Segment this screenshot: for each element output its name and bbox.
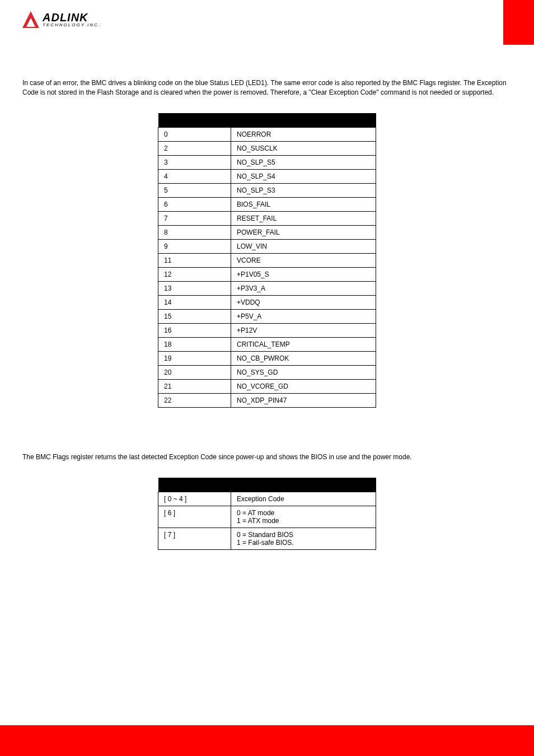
table-row: [ 6 ]0 = AT mode 1 = ATX mode [158, 506, 376, 528]
table-cell: +P1V05_S [231, 268, 376, 282]
bmc-flags-table: [ 0 ~ 4 ]Exception Code[ 6 ]0 = AT mode … [158, 478, 376, 550]
table-row: 14+VDDQ [158, 296, 376, 310]
table-row: 7RESET_FAIL [158, 212, 376, 226]
page-footer [0, 725, 534, 756]
table-cell: 20 [158, 366, 231, 380]
table-cell: NO_SLP_S3 [231, 184, 376, 198]
table-cell: 13 [158, 282, 231, 296]
exception-code-table: 0NOERROR2NO_SUSCLK3NO_SLP_S54NO_SLP_S45N… [158, 113, 376, 408]
table-row: [ 0 ~ 4 ]Exception Code [158, 492, 376, 506]
table-cell: 3 [158, 156, 231, 170]
table-cell: 21 [158, 380, 231, 394]
table-cell: 14 [158, 296, 231, 310]
table-cell: +VDDQ [231, 296, 376, 310]
table-cell: POWER_FAIL [231, 226, 376, 240]
table-cell: 15 [158, 310, 231, 324]
table-cell: 0 = Standard BIOS 1 = Fail-safe BIOS. [231, 528, 376, 550]
logo-subtitle: TECHNOLOGY INC. [43, 23, 101, 27]
table-row: [ 7 ]0 = Standard BIOS 1 = Fail-safe BIO… [158, 528, 376, 550]
table-row: 22NO_XDP_PIN47 [158, 394, 376, 408]
table-cell: 9 [158, 240, 231, 254]
table-cell: 12 [158, 268, 231, 282]
table-cell: 22 [158, 394, 231, 408]
logo-name: ADLINK [43, 12, 101, 23]
table-cell: +P5V_A [231, 310, 376, 324]
table-row: 13+P3V3_A [158, 282, 376, 296]
table-cell: NO_VCORE_GD [231, 380, 376, 394]
table-row: 5NO_SLP_S3 [158, 184, 376, 198]
table-row: 3NO_SLP_S5 [158, 156, 376, 170]
logo: ADLINK TECHNOLOGY INC. [22, 11, 101, 28]
table-cell: 5 [158, 184, 231, 198]
table-cell: +P12V [231, 324, 376, 338]
page-content: In case of an error, the BMC drives a bl… [0, 45, 534, 550]
table-cell: 0 [158, 128, 231, 142]
table-row: 9LOW_VIN [158, 240, 376, 254]
table-cell: 19 [158, 352, 231, 366]
table-row: 0NOERROR [158, 128, 376, 142]
table-row: 19NO_CB_PWROK [158, 352, 376, 366]
table-row: 12+P1V05_S [158, 268, 376, 282]
header-accent [503, 0, 534, 45]
table-cell: NO_XDP_PIN47 [231, 394, 376, 408]
table-row: 15+P5V_A [158, 310, 376, 324]
table-cell: 0 = AT mode 1 = ATX mode [231, 506, 376, 528]
intro-paragraph: In case of an error, the BMC drives a bl… [22, 78, 512, 97]
table-cell: 7 [158, 212, 231, 226]
table-cell: NO_SUSCLK [231, 142, 376, 156]
table-cell: NO_SYS_GD [231, 366, 376, 380]
table-cell: CRITICAL_TEMP [231, 338, 376, 352]
table-row: 16+P12V [158, 324, 376, 338]
table-cell: NO_SLP_S5 [231, 156, 376, 170]
table-cell: NO_CB_PWROK [231, 352, 376, 366]
table-cell: 16 [158, 324, 231, 338]
table-cell: LOW_VIN [231, 240, 376, 254]
table-cell: [ 0 ~ 4 ] [158, 492, 231, 506]
table-row: 8POWER_FAIL [158, 226, 376, 240]
table-cell: [ 7 ] [158, 528, 231, 550]
flags-table-wrap: [ 0 ~ 4 ]Exception Code[ 6 ]0 = AT mode … [22, 478, 512, 550]
table-row: 2NO_SUSCLK [158, 142, 376, 156]
flags-intro-paragraph: The BMC Flags register returns the last … [22, 452, 512, 462]
logo-text: ADLINK TECHNOLOGY INC. [43, 12, 101, 27]
table-cell: 18 [158, 338, 231, 352]
table-row: 6BIOS_FAIL [158, 198, 376, 212]
table-cell: NOERROR [231, 128, 376, 142]
table-row: 21NO_VCORE_GD [158, 380, 376, 394]
table-cell: 6 [158, 198, 231, 212]
table-cell: Exception Code [231, 492, 376, 506]
table-cell: 2 [158, 142, 231, 156]
table-row: 11VCORE [158, 254, 376, 268]
table-cell: 11 [158, 254, 231, 268]
table-cell: BIOS_FAIL [231, 198, 376, 212]
table-cell: VCORE [231, 254, 376, 268]
table-cell: +P3V3_A [231, 282, 376, 296]
table-row: 4NO_SLP_S4 [158, 170, 376, 184]
page-header: ADLINK TECHNOLOGY INC. [0, 0, 534, 45]
table-row: 18CRITICAL_TEMP [158, 338, 376, 352]
table-cell: 4 [158, 170, 231, 184]
table-cell: NO_SLP_S4 [231, 170, 376, 184]
table-row: 20NO_SYS_GD [158, 366, 376, 380]
table-cell: RESET_FAIL [231, 212, 376, 226]
table-cell: 8 [158, 226, 231, 240]
exception-table-wrap: 0NOERROR2NO_SUSCLK3NO_SLP_S54NO_SLP_S45N… [22, 113, 512, 408]
table-cell: [ 6 ] [158, 506, 231, 528]
logo-triangle-icon [22, 11, 39, 28]
